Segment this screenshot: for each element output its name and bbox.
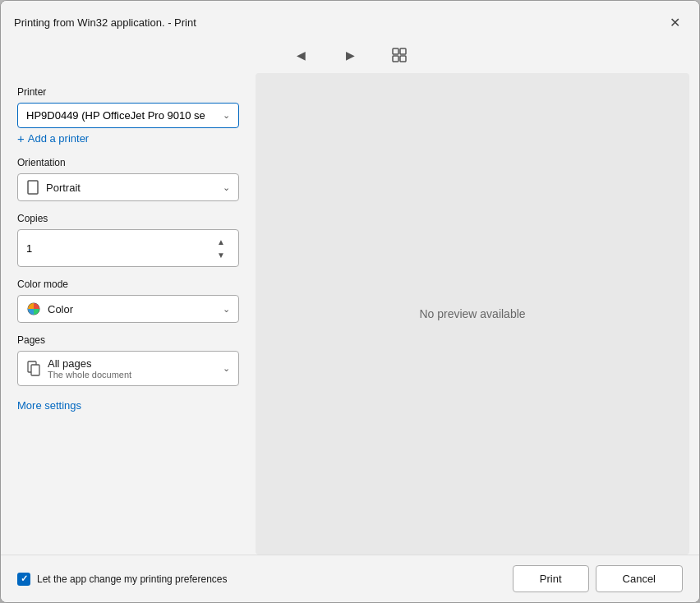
color-mode-icon [26, 302, 41, 316]
pages-section: Pages All pages The whole document ⌄ [17, 334, 239, 386]
copies-label: Copies [17, 213, 239, 224]
more-settings-label: More settings [17, 399, 81, 412]
printer-value: HP9D0449 (HP OfficeJet Pro 9010 se [26, 109, 205, 122]
printer-label: Printer [17, 86, 239, 98]
left-panel: Printer HP9D0449 (HP OfficeJet Pro 9010 … [1, 73, 256, 555]
svg-rect-7 [31, 365, 39, 375]
more-settings-link[interactable]: More settings [17, 399, 81, 412]
printer-chevron-icon: ⌄ [223, 110, 230, 121]
main-content: Printer HP9D0449 (HP OfficeJet Pro 9010 … [1, 73, 699, 555]
dialog-title: Printing from Win32 application. - Print [14, 16, 196, 29]
add-printer-link[interactable]: + Add a printer [17, 131, 239, 145]
orientation-select[interactable]: Portrait ⌄ [17, 173, 239, 201]
color-mode-section: Color mode Color ⌄ [17, 278, 239, 323]
cancel-button[interactable]: Cancel [596, 565, 683, 592]
print-button[interactable]: Print [513, 565, 589, 592]
svg-rect-1 [400, 48, 406, 54]
copies-down-button[interactable]: ▼ [212, 248, 230, 261]
svg-rect-0 [393, 48, 398, 54]
color-mode-select[interactable]: Color ⌄ [17, 295, 239, 323]
printer-section: Printer HP9D0449 (HP OfficeJet Pro 9010 … [17, 86, 239, 145]
copies-box: 1 ▲ ▼ [17, 229, 239, 267]
print-dialog: Printing from Win32 application. - Print… [0, 0, 700, 603]
checkbox-row: ✓ Let the app change my printing prefere… [17, 573, 227, 586]
prev-nav-button[interactable]: ◀ [289, 44, 312, 67]
checkbox-label: Let the app change my printing preferenc… [37, 573, 227, 585]
layout-icon [391, 47, 408, 63]
preview-text: No preview available [419, 307, 525, 320]
title-bar: Printing from Win32 application. - Print… [1, 1, 699, 40]
nav-bar: ◀ ▶ [1, 40, 699, 73]
color-mode-label: Color mode [17, 278, 239, 290]
color-mode-value: Color [48, 303, 73, 315]
copies-controls: ▲ ▼ [212, 235, 230, 261]
printer-select[interactable]: HP9D0449 (HP OfficeJet Pro 9010 se ⌄ [17, 103, 239, 128]
pages-label: Pages [17, 334, 239, 346]
pages-inner: All pages The whole document [26, 357, 131, 380]
pages-main: All pages [48, 357, 131, 370]
preferences-checkbox[interactable]: ✓ [17, 573, 30, 586]
pages-sub: The whole document [48, 370, 131, 380]
add-printer-label: Add a printer [28, 132, 89, 145]
plus-icon: + [17, 131, 25, 145]
close-button[interactable]: ✕ [663, 11, 686, 34]
checkmark-icon: ✓ [21, 573, 28, 584]
action-buttons: Print Cancel [513, 565, 683, 592]
copies-section: Copies 1 ▲ ▼ [17, 213, 239, 267]
pages-icon [26, 361, 41, 377]
svg-rect-2 [393, 56, 398, 62]
pages-chevron-icon: ⌄ [223, 363, 230, 374]
orientation-section: Orientation Portrait ⌄ [17, 157, 239, 201]
portrait-icon [26, 180, 39, 195]
orientation-chevron-icon: ⌄ [223, 182, 230, 193]
bottom-bar: ✓ Let the app change my printing prefere… [1, 555, 699, 602]
color-mode-chevron-icon: ⌄ [223, 304, 230, 315]
pages-text: All pages The whole document [48, 357, 131, 380]
layout-nav-button[interactable] [388, 44, 411, 67]
preview-panel: No preview available [256, 73, 689, 555]
svg-rect-4 [28, 181, 38, 194]
next-nav-button[interactable]: ▶ [338, 44, 362, 67]
copies-value: 1 [26, 242, 32, 255]
svg-rect-3 [400, 56, 406, 62]
orientation-value: Portrait [46, 182, 81, 194]
pages-select[interactable]: All pages The whole document ⌄ [17, 351, 239, 386]
copies-up-button[interactable]: ▲ [212, 235, 230, 248]
orientation-label: Orientation [17, 157, 239, 168]
